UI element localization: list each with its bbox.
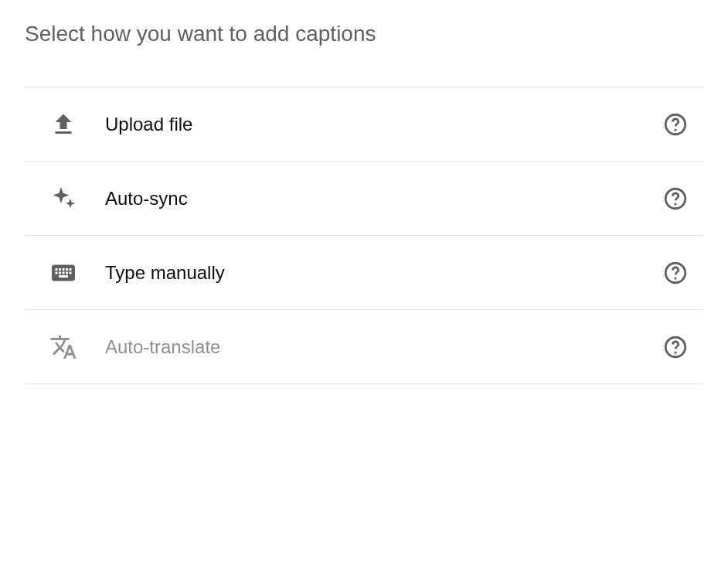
option-auto-translate: Auto-translate [25, 310, 703, 384]
help-icon [662, 260, 689, 286]
help-icon [662, 334, 689, 360]
option-upload-file[interactable]: Upload file [25, 87, 703, 162]
option-label: Auto-translate [105, 336, 654, 358]
option-type-manually[interactable]: Type manually [25, 236, 703, 310]
help-button[interactable] [660, 257, 691, 288]
sparkle-icon [49, 185, 105, 213]
help-button[interactable] [660, 183, 691, 214]
help-icon [662, 111, 689, 138]
keyboard-icon [49, 259, 105, 287]
upload-icon [49, 111, 105, 138]
help-button[interactable] [660, 332, 691, 363]
help-button[interactable] [660, 109, 691, 140]
option-label: Auto-sync [105, 188, 654, 210]
caption-options-list: Upload file Auto-sync Type manually [25, 87, 703, 384]
help-icon [662, 186, 689, 212]
translate-icon [49, 333, 105, 361]
option-label: Upload file [105, 114, 654, 135]
option-label: Type manually [105, 262, 654, 284]
option-auto-sync[interactable]: Auto-sync [25, 162, 703, 236]
page-title: Select how you want to add captions [25, 22, 703, 46]
